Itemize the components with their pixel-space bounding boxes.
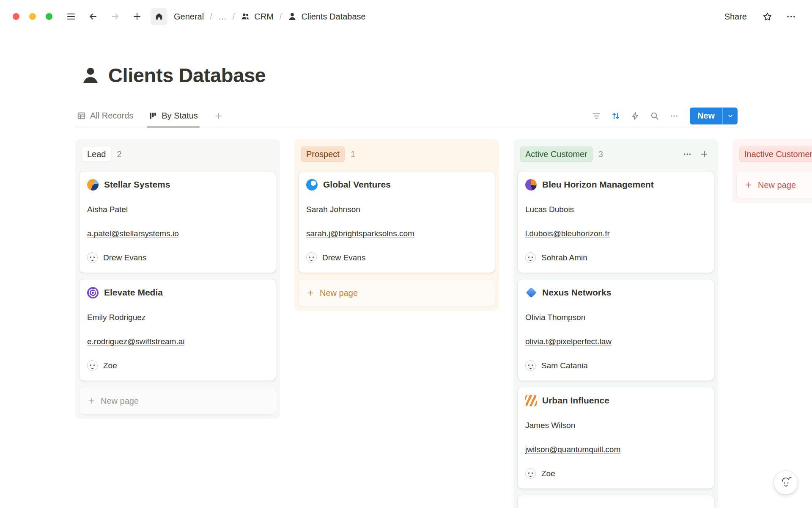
card-stellar-systems[interactable]: Stellar Systems Aisha Patel a.patel@stel… [80, 171, 276, 273]
global-ventures-logo-icon [306, 179, 318, 190]
ellipsis-icon [683, 149, 692, 159]
breadcrumb-workspace-label: General [174, 12, 204, 22]
sidebar-toggle-button[interactable] [63, 8, 80, 25]
new-tab-button[interactable] [129, 8, 145, 25]
card-global-ventures[interactable]: Global Ventures Sarah Johnson sarah.j@br… [299, 171, 495, 273]
plus-icon [214, 111, 223, 121]
automations-button[interactable] [627, 109, 643, 123]
page-icon-person[interactable] [80, 65, 101, 86]
table-icon [77, 111, 86, 120]
card-bleu-horizon-management[interactable]: Bleu Horizon Management Lucas Dubois l.d… [518, 171, 714, 273]
column-lead: Lead 2 Stellar Systems Aisha Patel a.pat… [75, 139, 280, 419]
more-options-button[interactable] [782, 8, 799, 25]
add-view-button[interactable] [211, 109, 226, 123]
search-icon [650, 111, 659, 121]
plus-icon [87, 397, 96, 405]
new-page-button[interactable]: New page [299, 279, 495, 306]
status-badge[interactable]: Inactive Customer [739, 146, 812, 162]
kanban-board: Lead 2 Stellar Systems Aisha Patel a.pat… [0, 139, 812, 508]
breadcrumb-workspace[interactable]: General [172, 10, 206, 23]
breadcrumb: General / … / CRM / Clients Database [172, 10, 368, 23]
contact-email[interactable]: a.patel@stellarsystems.io [87, 228, 268, 239]
column-count: 3 [598, 149, 603, 159]
avatar [525, 360, 536, 371]
favorite-button[interactable] [759, 8, 776, 25]
contact-email[interactable]: e.rodriguez@swiftstream.ai [87, 336, 268, 347]
filter-button[interactable] [588, 109, 604, 123]
breadcrumb-current-page[interactable]: Clients Database [285, 10, 368, 23]
lightning-icon [631, 111, 640, 121]
back-button[interactable] [85, 8, 102, 25]
zoom-button[interactable] [46, 13, 52, 20]
urban-influence-logo-icon [525, 395, 537, 406]
breadcrumb-current-label: Clients Database [301, 12, 365, 22]
sort-button[interactable] [608, 109, 624, 123]
owner-name: Zoe [541, 468, 555, 479]
column-prospect: Prospect 1 Global Ventures Sarah Johnson… [294, 139, 499, 311]
contact-name: Emily Rodriguez [87, 312, 268, 323]
tab-by-status-label: By Status [162, 111, 198, 121]
plus-icon [744, 181, 753, 189]
new-page-button[interactable]: New page [80, 387, 276, 414]
breadcrumb-separator: / [233, 12, 235, 22]
ellipsis-icon [786, 11, 796, 22]
card-company-name: Stellar Systems [104, 178, 170, 191]
new-record-label[interactable]: New [690, 108, 722, 124]
assistant-button[interactable] [774, 471, 798, 494]
tab-all-records-label: All Records [90, 111, 133, 121]
contact-name: Lucas Dubois [525, 204, 706, 215]
column-count: 1 [351, 149, 355, 159]
column-inactive-customer: Inactive Customer New page [732, 139, 812, 203]
contact-email[interactable]: sarah.j@brightsparksolns.com [306, 228, 487, 239]
view-more-button[interactable] [666, 109, 682, 123]
chevron-down-icon [727, 113, 734, 119]
card-nexus-networks[interactable]: Nexus Networks Olivia Thompson olivia.t@… [518, 279, 714, 381]
card-company-name: Urban Influence [542, 394, 609, 407]
contact-email[interactable]: jwilson@quantumquill.com [525, 444, 706, 455]
column-more-button[interactable] [680, 147, 694, 161]
breadcrumb-collapsed[interactable]: … [216, 10, 229, 23]
home-button[interactable] [151, 8, 167, 25]
avatar [306, 252, 317, 263]
avatar [87, 360, 98, 371]
close-button[interactable] [13, 13, 19, 20]
column-active-customer-header: Active Customer 3 [518, 144, 714, 165]
nexus-networks-logo-icon [525, 287, 537, 298]
card-company-name: Nexus Networks [542, 286, 611, 299]
avatar [525, 252, 536, 263]
page-title[interactable]: Clients Database [108, 64, 266, 87]
avatar [525, 468, 536, 479]
forward-button[interactable] [107, 8, 123, 25]
sort-icon [611, 111, 620, 121]
plus-icon [306, 289, 315, 297]
minimize-button[interactable] [29, 13, 36, 20]
card-partial[interactable] [518, 495, 714, 508]
contact-name: Aisha Patel [87, 204, 268, 215]
tab-by-status[interactable]: By Status [147, 105, 200, 127]
new-record-button[interactable]: New [690, 108, 738, 124]
board-icon [148, 111, 157, 120]
contact-email[interactable]: l.dubois@bleuhorizon.fr [525, 228, 706, 239]
column-add-card-button[interactable] [697, 147, 711, 161]
search-button[interactable] [647, 109, 663, 123]
home-icon [154, 12, 164, 21]
share-button[interactable]: Share [719, 9, 752, 24]
contact-name: Sarah Johnson [306, 204, 487, 215]
bleu-horizon-logo-icon [525, 179, 537, 190]
new-page-label: New page [101, 396, 139, 406]
new-page-button[interactable]: New page [737, 171, 812, 199]
status-badge[interactable]: Active Customer [520, 146, 593, 162]
status-badge[interactable]: Prospect [301, 146, 345, 162]
breadcrumb-crm-label: CRM [254, 12, 274, 22]
breadcrumb-crm[interactable]: CRM [239, 10, 276, 23]
card-urban-influence[interactable]: Urban Influence James Wilson jwilson@qua… [518, 387, 714, 489]
status-badge[interactable]: Lead [82, 146, 111, 162]
card-elevate-media[interactable]: Elevate Media Emily Rodriguez e.rodrigue… [80, 279, 276, 381]
tab-all-records[interactable]: All Records [75, 105, 135, 127]
contact-email[interactable]: olivia.t@pixelperfect.law [525, 336, 706, 347]
owner-name: Sohrab Amin [541, 252, 587, 263]
owner-name: Zoe [103, 360, 117, 371]
new-record-dropdown[interactable] [722, 108, 738, 124]
contact-name: Olivia Thompson [525, 312, 706, 323]
assistant-face-icon [779, 476, 793, 489]
